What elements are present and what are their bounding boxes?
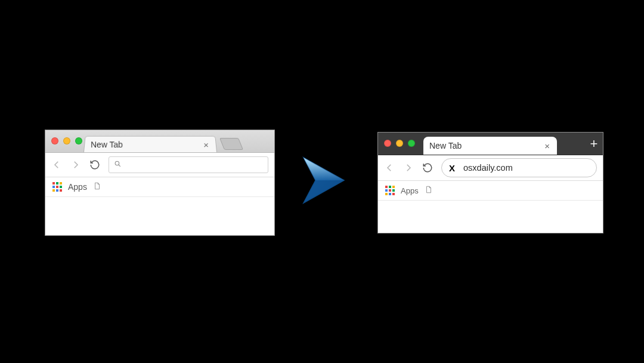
search-icon xyxy=(114,159,122,170)
close-tab-icon[interactable]: × xyxy=(543,141,551,150)
reload-button[interactable] xyxy=(422,162,433,173)
address-bar[interactable] xyxy=(109,156,268,173)
toolbar: X osxdaily.com xyxy=(378,155,603,181)
apps-icon[interactable] xyxy=(52,182,62,192)
back-button[interactable] xyxy=(51,159,62,170)
forward-button[interactable] xyxy=(70,159,81,170)
new-tab-button[interactable] xyxy=(219,138,243,150)
toolbar xyxy=(45,153,274,177)
plus-icon: + xyxy=(590,136,598,152)
bookmarks-bar: Apps xyxy=(45,177,274,197)
tab-title: New Tab xyxy=(429,141,543,150)
minimize-window-button[interactable] xyxy=(63,137,70,144)
close-tab-icon[interactable]: × xyxy=(202,140,210,149)
address-bar-text: osxdaily.com xyxy=(463,163,513,173)
close-window-button[interactable] xyxy=(51,137,58,144)
bookmark-page-icon[interactable] xyxy=(93,181,101,193)
apps-icon[interactable] xyxy=(385,186,395,195)
reload-button[interactable] xyxy=(89,159,100,170)
minimize-window-button[interactable] xyxy=(396,140,403,147)
apps-label[interactable]: Apps xyxy=(401,186,419,195)
tab-new-tab[interactable]: New Tab × xyxy=(423,137,557,155)
tab-new-tab[interactable]: New Tab × xyxy=(83,136,217,152)
bookmarks-bar: Apps xyxy=(378,181,603,201)
site-favicon: X xyxy=(449,163,455,173)
address-bar[interactable]: X osxdaily.com xyxy=(441,158,597,177)
bookmark-page-icon[interactable] xyxy=(425,184,433,197)
browser-window-light: New Tab × A xyxy=(45,130,275,236)
apps-label[interactable]: Apps xyxy=(68,182,87,192)
svg-point-0 xyxy=(115,161,119,165)
transition-arrow-icon xyxy=(301,154,348,207)
browser-window-dark: New Tab × + X osxdaily.com Ap xyxy=(377,132,603,233)
zoom-window-button[interactable] xyxy=(75,137,82,144)
zoom-window-button[interactable] xyxy=(408,140,415,147)
new-tab-button[interactable]: + xyxy=(585,133,603,155)
tab-strip: New Tab × xyxy=(45,130,274,153)
tab-title: New Tab xyxy=(91,140,202,149)
window-controls xyxy=(51,137,82,144)
forward-button[interactable] xyxy=(403,162,414,173)
close-window-button[interactable] xyxy=(384,140,391,147)
back-button[interactable] xyxy=(384,162,395,173)
window-controls xyxy=(384,140,415,147)
tab-strip: New Tab × + xyxy=(378,133,603,155)
